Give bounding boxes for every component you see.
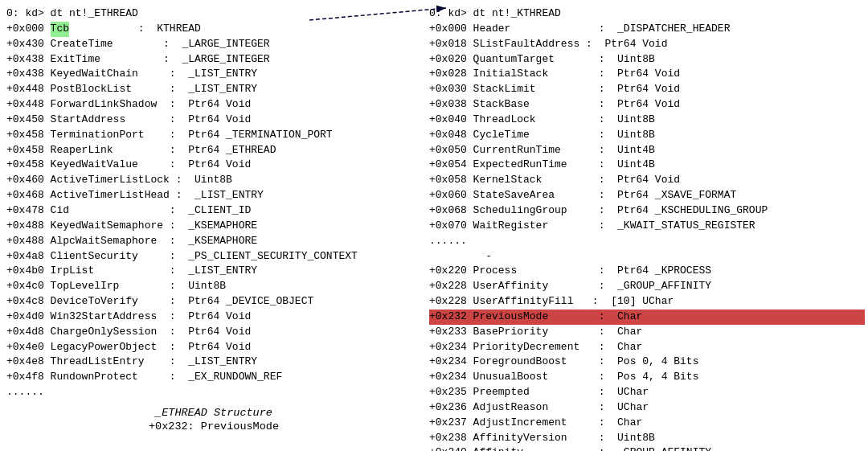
left-panel: 0: kd> dt nt!_ETHREAD +0x000 Tcb : KTHRE…	[3, 6, 421, 451]
left-line-15: +0x4a8 ClientSecurity : _PS_CLIENT_SECUR…	[6, 249, 421, 264]
right-line-1: +0x018 SListFaultAddress : Ptr64 Void	[429, 37, 865, 52]
bottom-note: _ETHREAD Structure +0x232: PreviousMode	[6, 400, 421, 437]
left-line-20: +0x4d8 ChargeOnlySession : Ptr64 Void	[6, 325, 421, 340]
right-line-0: +0x000 Header : _DISPATCHER_HEADER	[429, 22, 865, 37]
left-line-6: +0x450 StartAddress : Ptr64 Void	[6, 113, 421, 128]
left-line-19: +0x4d0 Win32StartAddress : Ptr64 Void	[6, 310, 421, 325]
right-line-2: +0x020 QuantumTarget : Uint8B	[429, 52, 865, 68]
bottom-label1: _ETHREAD Structure	[155, 407, 272, 419]
right-line-21: +0x234 PriorityDecrement : Char	[429, 340, 865, 355]
previous-mode-highlight: +0x232 PreviousMode : Char	[429, 310, 865, 325]
left-line-14: +0x488 AlpcWaitSemaphore : _KSEMAPHORE	[6, 234, 421, 249]
left-line-1: +0x430 CreateTime : _LARGE_INTEGER	[6, 37, 421, 52]
right-line-3: +0x028 InitialStack : Ptr64 Void	[429, 67, 865, 82]
right-line-17: +0x228 UserAffinity : _GROUP_AFFINITY	[429, 279, 865, 294]
left-line-13: +0x488 KeyedWaitSemaphore : _KSEMAPHORE	[6, 219, 421, 234]
right-line-6: +0x040 ThreadLock : Uint8B	[429, 113, 865, 128]
right-line-20: +0x233 BasePriority : Char	[429, 325, 865, 340]
left-line-16: +0x4b0 IrpList : _LIST_ENTRY	[6, 264, 421, 279]
right-line-4: +0x030 StackLimit : Ptr64 Void	[429, 82, 865, 97]
left-line-22: +0x4e8 ThreadListEntry : _LIST_ENTRY	[6, 355, 421, 370]
right-line-23: +0x234 UnusualBoost : Pos 4, 4 Bits	[429, 370, 865, 385]
left-line-18: +0x4c8 DeviceToVerify : Ptr64 _DEVICE_OB…	[6, 294, 421, 310]
right-line-16: +0x220 Process : Ptr64 _KPROCESS	[429, 264, 865, 279]
left-line-3: +0x438 KeyedWaitChain : _LIST_ENTRY	[6, 67, 421, 82]
left-line-21: +0x4e0 LegacyPowerObject : Ptr64 Void	[6, 340, 421, 355]
right-line-18: +0x228 UserAffinityFill : [10] UChar	[429, 294, 865, 310]
right-title: 0: kd> dt nt!_KTHREAD	[429, 6, 865, 22]
left-code-block: +0x000 Tcb : KTHREAD+0x430 CreateTime : …	[6, 22, 421, 400]
right-line-25: +0x236 AdjustReason : UChar	[429, 400, 865, 416]
right-line-11: +0x060 StateSaveArea : Ptr64 _XSAVE_FORM…	[429, 188, 865, 203]
left-line-12: +0x478 Cid : _CLIENT_ID	[6, 203, 421, 219]
left-line-9: +0x458 KeyedWaitValue : Ptr64 Void	[6, 158, 421, 173]
tcb-field-highlight: Tcb	[51, 22, 69, 37]
left-line-10: +0x460 ActiveTimerListLock : Uint8B	[6, 173, 421, 188]
right-line-9: +0x054 ExpectedRunTime : Uint4B	[429, 158, 865, 173]
right-line-28: +0x240 Affinity : _GROUP_AFFINITY	[429, 445, 865, 451]
left-line-24: ......	[6, 385, 421, 400]
right-line-5: +0x038 StackBase : Ptr64 Void	[429, 97, 865, 113]
right-line-7: +0x048 CycleTime : Uint8B	[429, 128, 865, 143]
right-panel: 0: kd> dt nt!_KTHREAD +0x000 Header : _D…	[421, 6, 865, 451]
right-line-8: +0x050 CurrentRunTime : Uint4B	[429, 143, 865, 158]
right-line-12: +0x068 SchedulingGroup : Ptr64 _KSCHEDUL…	[429, 203, 865, 219]
left-line-23: +0x4f8 RundownProtect : _EX_RUNDOWN_REF	[6, 370, 421, 385]
left-line-17: +0x4c0 TopLevelIrp : Uint8B	[6, 279, 421, 294]
right-line-26: +0x237 AdjustIncrement : Char	[429, 416, 865, 431]
left-title: 0: kd> dt nt!_ETHREAD	[6, 6, 421, 22]
right-line-10: +0x058 KernelStack : Ptr64 Void	[429, 173, 865, 188]
right-line-27: +0x238 AffinityVersion : Uint8B	[429, 431, 865, 446]
right-line-19: +0x232 PreviousMode : Char	[429, 310, 865, 325]
right-line-14: ......	[429, 234, 865, 249]
left-line-8: +0x458 ReaperLink : Ptr64 _ETHREAD	[6, 143, 421, 158]
left-line-7: +0x458 TerminationPort : Ptr64 _TERMINAT…	[6, 128, 421, 143]
right-code-block: +0x000 Header : _DISPATCHER_HEADER+0x018…	[429, 22, 865, 451]
left-line-4: +0x448 PostBlockList : _LIST_ENTRY	[6, 82, 421, 97]
right-line-13: +0x070 WaitRegister : _KWAIT_STATUS_REGI…	[429, 219, 865, 234]
right-line-24: +0x235 Preempted : UChar	[429, 385, 865, 400]
main-container: 0: kd> dt nt!_ETHREAD +0x000 Tcb : KTHRE…	[0, 0, 868, 451]
left-line-0: +0x000 Tcb : KTHREAD	[6, 22, 421, 37]
left-line-11: +0x468 ActiveTimerListHead : _LIST_ENTRY	[6, 188, 421, 203]
left-line-5: +0x448 ForwardLinkShadow : Ptr64 Void	[6, 97, 421, 113]
right-line-22: +0x234 ForegroundBoost : Pos 0, 4 Bits	[429, 355, 865, 370]
left-line-2: +0x438 ExitTime : _LARGE_INTEGER	[6, 52, 421, 68]
bottom-label2: +0x232: PreviousMode	[149, 420, 279, 433]
right-line-15: -	[429, 249, 865, 264]
